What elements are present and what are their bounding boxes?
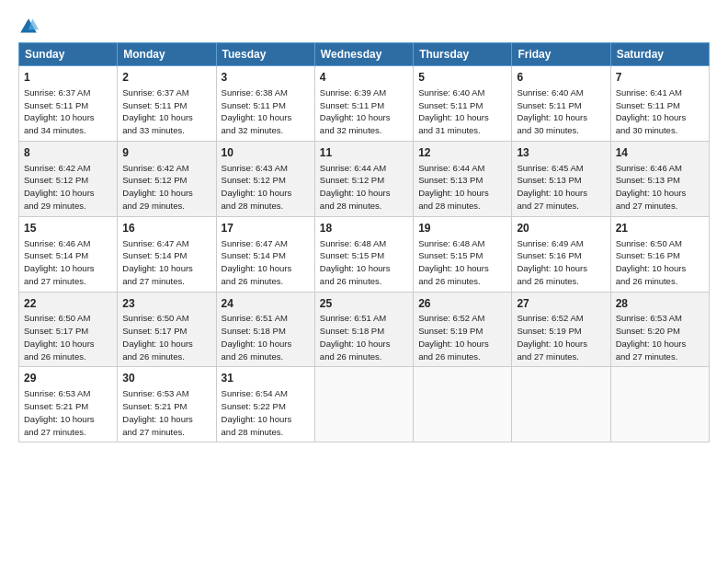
calendar-cell: 16Sunrise: 6:47 AM Sunset: 5:14 PM Dayli…	[118, 216, 216, 292]
day-info: Sunrise: 6:45 AM Sunset: 5:13 PM Dayligh…	[517, 162, 605, 213]
day-info: Sunrise: 6:42 AM Sunset: 5:12 PM Dayligh…	[24, 162, 112, 213]
calendar-cell: 26Sunrise: 6:52 AM Sunset: 5:19 PM Dayli…	[414, 292, 512, 367]
day-number: 21	[616, 221, 704, 236]
day-number: 24	[222, 296, 310, 312]
day-info: Sunrise: 6:53 AM Sunset: 5:21 PM Dayligh…	[24, 387, 112, 438]
col-saturday: Saturday	[610, 43, 709, 66]
calendar-cell: 15Sunrise: 6:46 AM Sunset: 5:14 PM Dayli…	[19, 216, 118, 292]
calendar-cell: 14Sunrise: 6:46 AM Sunset: 5:13 PM Dayli…	[610, 141, 709, 216]
calendar-cell: 24Sunrise: 6:51 AM Sunset: 5:18 PM Dayli…	[216, 292, 314, 367]
calendar-cell: 11Sunrise: 6:44 AM Sunset: 5:12 PM Dayli…	[314, 141, 413, 216]
calendar-week-5: 29Sunrise: 6:53 AM Sunset: 5:21 PM Dayli…	[19, 367, 710, 442]
page: Sunday Monday Tuesday Wednesday Thursday…	[0, 0, 728, 563]
day-info: Sunrise: 6:44 AM Sunset: 5:13 PM Dayligh…	[418, 162, 506, 213]
logo-icon	[18, 17, 39, 37]
day-info: Sunrise: 6:52 AM Sunset: 5:19 PM Dayligh…	[517, 312, 605, 362]
day-number: 19	[418, 221, 506, 236]
day-number: 12	[418, 145, 506, 161]
day-info: Sunrise: 6:40 AM Sunset: 5:11 PM Dayligh…	[418, 86, 506, 137]
day-number: 4	[320, 70, 408, 86]
day-number: 14	[616, 145, 704, 161]
header-row: Sunday Monday Tuesday Wednesday Thursday…	[19, 43, 710, 66]
calendar-cell: 17Sunrise: 6:47 AM Sunset: 5:14 PM Dayli…	[216, 216, 314, 292]
day-info: Sunrise: 6:52 AM Sunset: 5:19 PM Dayligh…	[418, 312, 506, 362]
calendar-cell: 1Sunrise: 6:37 AM Sunset: 5:11 PM Daylig…	[19, 66, 118, 142]
day-info: Sunrise: 6:53 AM Sunset: 5:20 PM Dayligh…	[616, 312, 704, 362]
calendar-cell: 19Sunrise: 6:48 AM Sunset: 5:15 PM Dayli…	[414, 216, 512, 292]
day-number: 8	[24, 145, 112, 161]
calendar-cell: 29Sunrise: 6:53 AM Sunset: 5:21 PM Dayli…	[19, 367, 118, 442]
calendar-cell: 21Sunrise: 6:50 AM Sunset: 5:16 PM Dayli…	[610, 216, 709, 292]
calendar-table: Sunday Monday Tuesday Wednesday Thursday…	[18, 42, 710, 442]
calendar-cell: 13Sunrise: 6:45 AM Sunset: 5:13 PM Dayli…	[512, 141, 610, 216]
calendar-cell: 2Sunrise: 6:37 AM Sunset: 5:11 PM Daylig…	[118, 66, 216, 142]
day-info: Sunrise: 6:47 AM Sunset: 5:14 PM Dayligh…	[122, 237, 210, 288]
day-info: Sunrise: 6:39 AM Sunset: 5:11 PM Dayligh…	[320, 86, 408, 137]
day-number: 9	[122, 145, 210, 161]
header	[18, 17, 710, 37]
calendar-cell: 7Sunrise: 6:41 AM Sunset: 5:11 PM Daylig…	[610, 66, 709, 142]
calendar-cell: 9Sunrise: 6:42 AM Sunset: 5:12 PM Daylig…	[118, 141, 216, 216]
day-number: 20	[517, 221, 605, 236]
day-info: Sunrise: 6:43 AM Sunset: 5:12 PM Dayligh…	[222, 162, 310, 213]
day-info: Sunrise: 6:54 AM Sunset: 5:22 PM Dayligh…	[222, 387, 310, 438]
logo	[18, 17, 40, 37]
calendar-cell: 18Sunrise: 6:48 AM Sunset: 5:15 PM Dayli…	[314, 216, 413, 292]
col-wednesday: Wednesday	[314, 43, 413, 66]
calendar-cell: 3Sunrise: 6:38 AM Sunset: 5:11 PM Daylig…	[216, 66, 314, 142]
calendar-cell: 28Sunrise: 6:53 AM Sunset: 5:20 PM Dayli…	[610, 292, 709, 367]
calendar-week-3: 15Sunrise: 6:46 AM Sunset: 5:14 PM Dayli…	[19, 216, 710, 292]
calendar-cell: 22Sunrise: 6:50 AM Sunset: 5:17 PM Dayli…	[19, 292, 118, 367]
calendar-cell: 6Sunrise: 6:40 AM Sunset: 5:11 PM Daylig…	[512, 66, 610, 142]
day-info: Sunrise: 6:44 AM Sunset: 5:12 PM Dayligh…	[320, 162, 408, 213]
col-sunday: Sunday	[19, 43, 118, 66]
day-number: 3	[222, 70, 310, 86]
calendar-cell	[414, 367, 512, 442]
day-info: Sunrise: 6:42 AM Sunset: 5:12 PM Dayligh…	[122, 162, 210, 213]
day-number: 15	[24, 221, 112, 236]
day-info: Sunrise: 6:37 AM Sunset: 5:11 PM Dayligh…	[122, 86, 210, 137]
day-number: 5	[418, 70, 506, 86]
calendar-cell: 8Sunrise: 6:42 AM Sunset: 5:12 PM Daylig…	[19, 141, 118, 216]
day-number: 26	[418, 296, 506, 312]
calendar-cell: 5Sunrise: 6:40 AM Sunset: 5:11 PM Daylig…	[414, 66, 512, 142]
calendar-cell: 10Sunrise: 6:43 AM Sunset: 5:12 PM Dayli…	[216, 141, 314, 216]
day-number: 6	[517, 70, 605, 86]
day-info: Sunrise: 6:53 AM Sunset: 5:21 PM Dayligh…	[122, 387, 210, 438]
day-number: 16	[122, 221, 210, 236]
calendar-cell	[314, 367, 413, 442]
calendar-cell: 20Sunrise: 6:49 AM Sunset: 5:16 PM Dayli…	[512, 216, 610, 292]
day-number: 27	[517, 296, 605, 312]
day-info: Sunrise: 6:51 AM Sunset: 5:18 PM Dayligh…	[222, 312, 310, 362]
calendar-week-1: 1Sunrise: 6:37 AM Sunset: 5:11 PM Daylig…	[19, 66, 710, 142]
day-info: Sunrise: 6:48 AM Sunset: 5:15 PM Dayligh…	[418, 237, 506, 288]
day-info: Sunrise: 6:37 AM Sunset: 5:11 PM Dayligh…	[24, 86, 112, 137]
day-info: Sunrise: 6:50 AM Sunset: 5:16 PM Dayligh…	[616, 237, 704, 288]
day-number: 13	[517, 145, 605, 161]
day-number: 25	[320, 296, 408, 312]
day-number: 1	[24, 70, 112, 86]
day-info: Sunrise: 6:41 AM Sunset: 5:11 PM Dayligh…	[616, 86, 704, 137]
day-number: 18	[320, 221, 408, 236]
calendar-cell	[512, 367, 610, 442]
col-monday: Monday	[118, 43, 216, 66]
day-number: 30	[122, 371, 210, 386]
calendar-week-2: 8Sunrise: 6:42 AM Sunset: 5:12 PM Daylig…	[19, 141, 710, 216]
col-tuesday: Tuesday	[216, 43, 314, 66]
day-number: 17	[222, 221, 310, 236]
day-number: 11	[320, 145, 408, 161]
day-info: Sunrise: 6:51 AM Sunset: 5:18 PM Dayligh…	[320, 312, 408, 362]
day-info: Sunrise: 6:46 AM Sunset: 5:13 PM Dayligh…	[616, 162, 704, 213]
day-info: Sunrise: 6:50 AM Sunset: 5:17 PM Dayligh…	[122, 312, 210, 362]
day-info: Sunrise: 6:38 AM Sunset: 5:11 PM Dayligh…	[222, 86, 310, 137]
day-info: Sunrise: 6:40 AM Sunset: 5:11 PM Dayligh…	[517, 86, 605, 137]
calendar-week-4: 22Sunrise: 6:50 AM Sunset: 5:17 PM Dayli…	[19, 292, 710, 367]
calendar-cell: 25Sunrise: 6:51 AM Sunset: 5:18 PM Dayli…	[314, 292, 413, 367]
day-number: 10	[222, 145, 310, 161]
day-number: 29	[24, 371, 112, 386]
calendar-cell: 23Sunrise: 6:50 AM Sunset: 5:17 PM Dayli…	[118, 292, 216, 367]
day-number: 2	[122, 70, 210, 86]
day-info: Sunrise: 6:48 AM Sunset: 5:15 PM Dayligh…	[320, 237, 408, 288]
calendar-cell: 30Sunrise: 6:53 AM Sunset: 5:21 PM Dayli…	[118, 367, 216, 442]
day-number: 31	[222, 371, 310, 386]
